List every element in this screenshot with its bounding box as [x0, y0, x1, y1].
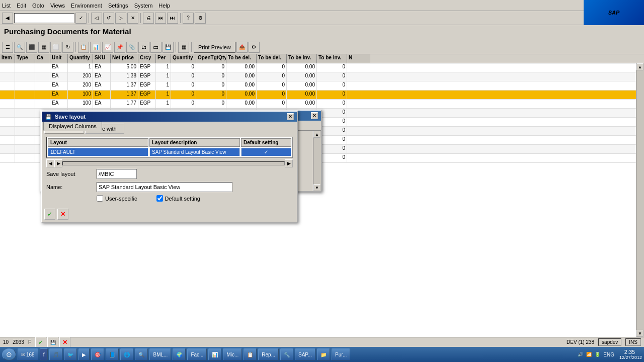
- menu-edit[interactable]: Edit: [17, 3, 26, 9]
- status-cancel-btn[interactable]: ✕: [59, 337, 70, 348]
- tb2-btn3[interactable]: ⬛: [26, 42, 37, 53]
- menu-views[interactable]: Views: [50, 3, 65, 9]
- table-cell: [0, 90, 15, 99]
- taskbar-youtube[interactable]: ▶: [78, 348, 90, 360]
- user-specific-checkbox[interactable]: [97, 195, 103, 202]
- scroll-down[interactable]: ▼: [636, 330, 643, 337]
- taskbar-games[interactable]: 🎯: [91, 348, 104, 360]
- taskbar-sap2[interactable]: SAP...: [295, 348, 315, 360]
- menu-settings[interactable]: Settings: [108, 3, 128, 9]
- confirm-action-btn[interactable]: ✓: [44, 209, 55, 220]
- taskbar-fb[interactable]: f: [40, 348, 48, 360]
- name-input[interactable]: [97, 182, 232, 192]
- scroll-up[interactable]: ▲: [636, 63, 643, 70]
- table-cell: 0: [171, 100, 196, 108]
- layout-row[interactable]: 1DEFAULT SAP Standard Layout Basic View …: [48, 148, 291, 156]
- th-type: Type: [15, 54, 35, 63]
- menu-list[interactable]: List: [2, 3, 11, 9]
- menu-goto[interactable]: Goto: [32, 3, 44, 9]
- table-row[interactable]: EA100EA1.77EGP1000.0000.000: [0, 100, 644, 109]
- tb2-btn1[interactable]: ☰: [2, 42, 13, 53]
- taskbar-sap[interactable]: 🔧: [280, 348, 293, 360]
- table-cell: EA: [93, 72, 111, 81]
- status-save-btn[interactable]: 💾: [47, 337, 58, 348]
- tb2-btn11[interactable]: 📎: [126, 42, 137, 53]
- help-btn[interactable]: ?: [183, 13, 194, 24]
- th-n: N: [347, 54, 362, 63]
- tb2-btn16[interactable]: ⚙: [249, 42, 260, 53]
- tb2-btn8[interactable]: 📊: [90, 42, 101, 53]
- taskbar-report[interactable]: 📋: [244, 348, 257, 360]
- tb2-btn5[interactable]: ⬜: [50, 42, 61, 53]
- first-btn[interactable]: ⏮: [155, 13, 166, 24]
- sep-4: [75, 42, 76, 52]
- tb2-btn12[interactable]: 🗂: [138, 42, 149, 53]
- tb2-btn9[interactable]: 📈: [102, 42, 113, 53]
- taskbar-mic[interactable]: Mic...: [223, 348, 242, 360]
- table-row[interactable]: EA100EA1.37EGP1000.0000.000: [0, 90, 644, 100]
- taskbar-search[interactable]: 🔍: [135, 348, 148, 360]
- status-confirm-btn[interactable]: ✓: [35, 337, 46, 348]
- tb2-btn4[interactable]: ▦: [38, 42, 49, 53]
- taskbar-chrome[interactable]: 🌍: [173, 348, 186, 360]
- taskbar-gmail[interactable]: ✉ 168: [18, 348, 38, 360]
- inner-scroll-right-extra[interactable]: ▶: [54, 159, 62, 167]
- status-section: 10: [3, 339, 9, 345]
- taskbar-fac[interactable]: Fac...: [187, 348, 207, 360]
- tb2-btn14[interactable]: 💾: [163, 42, 174, 53]
- taskbar-excel[interactable]: 📊: [208, 348, 221, 360]
- menu-system[interactable]: System: [134, 3, 153, 9]
- tb2-btn6[interactable]: ↻: [62, 42, 73, 53]
- taskbar-browser[interactable]: 🌐: [120, 348, 133, 360]
- command-input[interactable]: [14, 13, 74, 23]
- table-row[interactable]: EA200EA1.38EGP1000.0000.000: [0, 72, 644, 81]
- back-btn[interactable]: ◀: [2, 13, 13, 24]
- taskbar-media[interactable]: 🎵: [49, 348, 62, 360]
- last-btn[interactable]: ⏭: [167, 13, 178, 24]
- next-btn[interactable]: ▷: [115, 13, 126, 24]
- tb2-btn15[interactable]: 📤: [236, 42, 248, 53]
- change-layout-close[interactable]: ✕: [311, 112, 318, 119]
- tb2-btn10[interactable]: 📌: [114, 42, 125, 53]
- taskbar-bml[interactable]: BML...: [149, 348, 171, 360]
- table-row[interactable]: EA200EA1.37EGP1000.0000.000: [0, 81, 644, 90]
- menu-environment[interactable]: Environment: [71, 3, 102, 9]
- save-layout-close[interactable]: ✕: [287, 113, 294, 120]
- table-cell: [15, 127, 35, 135]
- cl-scroll-dn[interactable]: ▼: [313, 184, 320, 191]
- table-cell: 0: [171, 90, 196, 99]
- change-layout-dialog[interactable]: 🔲 Change Layout ✕ Displayed Columns Sort…: [40, 110, 322, 192]
- prev-btn[interactable]: ◁: [91, 13, 102, 24]
- print-preview-button[interactable]: Print Preview: [194, 42, 235, 53]
- start-button[interactable]: ⊙: [2, 348, 16, 360]
- taskbar-pur[interactable]: Pur...: [332, 348, 350, 360]
- taskbar-twitter[interactable]: 🐦: [64, 348, 77, 360]
- cancel-action-btn[interactable]: ✕: [57, 209, 68, 220]
- save-layout-input[interactable]: [97, 169, 137, 179]
- layout-btn[interactable]: ▦: [178, 42, 189, 53]
- print-btn[interactable]: 🖨: [143, 13, 154, 24]
- stop-btn[interactable]: ✕: [127, 13, 138, 24]
- tab-displayed-columns[interactable]: Displayed Columns: [43, 122, 102, 131]
- table-cell: 0: [317, 72, 347, 81]
- tb2-btn7[interactable]: 📋: [78, 42, 89, 53]
- confirm-btn[interactable]: ✓: [75, 13, 87, 24]
- taskbar-fb2[interactable]: 📘: [106, 348, 119, 360]
- tb2-btn13[interactable]: 🗃: [150, 42, 162, 53]
- layout-table: Layout Layout description Default settin…: [46, 137, 293, 158]
- tb2-btn2[interactable]: 🔍: [14, 42, 25, 53]
- table-cell: 0: [257, 81, 287, 90]
- inner-scroll-right[interactable]: ▶: [285, 159, 293, 167]
- taskbar-files[interactable]: 📁: [317, 348, 330, 360]
- menu-help[interactable]: Help: [158, 3, 170, 9]
- table-row[interactable]: EA1EA5.00EGP1000.0000.000: [0, 63, 644, 72]
- cl-scroll-up[interactable]: ▲: [313, 131, 320, 138]
- settings-btn[interactable]: ⚙: [195, 13, 206, 24]
- taskbar-rep[interactable]: Rep...: [258, 348, 279, 360]
- table-cell: [347, 154, 362, 162]
- table-cell: EA: [50, 90, 68, 99]
- inner-scroll-track[interactable]: [62, 161, 285, 165]
- inner-scroll-left[interactable]: ◀: [46, 159, 54, 167]
- default-setting-checkbox[interactable]: [156, 195, 163, 202]
- refresh-btn[interactable]: ↺: [103, 13, 114, 24]
